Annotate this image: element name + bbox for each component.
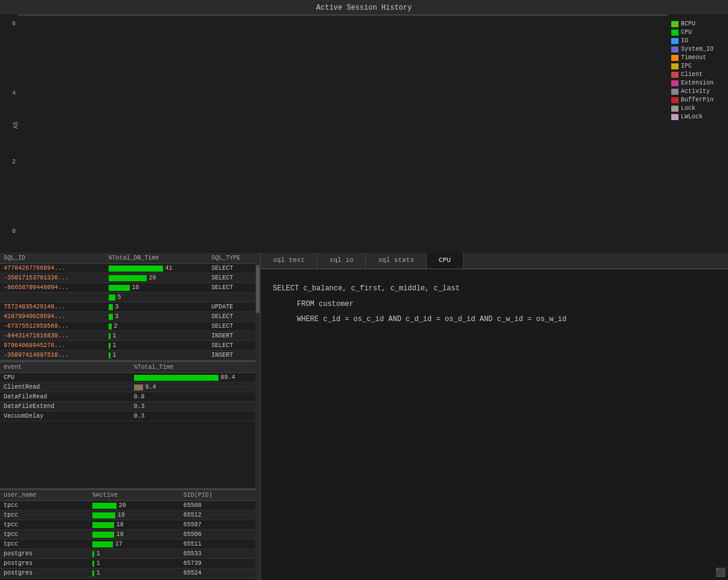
user-table-row: postgres 1 65733 [0,578,260,581]
right-panel: sql text sql io sql stats CPU SELECT c_b… [261,253,728,580]
user-table-row: postgres 1 65533 [0,549,260,559]
sql-type-header: SQL_TYPE [208,253,260,264]
sql-pct-cell: 1 [105,341,208,351]
sql-id-cell: 41979940029594... [0,312,105,322]
event-pct-cell: 0.3 [130,402,261,412]
event-table-row: CPU 89.4 [0,373,260,383]
user-sid-cell: 65508 [180,501,260,511]
user-sid-cell: 65733 [180,578,260,581]
tab-sql-stats[interactable]: sql stats [366,253,426,269]
sql-line3: WHERE c_id = os_c_id AND c_d_id = os_d_i… [273,312,716,328]
sql-table-row[interactable]: 75724835429149... 3 UPDATE [0,302,260,312]
sql-table-row[interactable]: 5 [0,293,260,302]
y-axis: 6 4 2 0 [0,14,18,253]
user-pct-cell: 1 [89,549,180,559]
user-table-row: tpcc 20 65508 [0,501,260,511]
tab-sql-io[interactable]: sql io [318,253,366,269]
sql-table-row[interactable]: -67375512959569... 2 SELECT [0,322,260,331]
bottom-panels: SQL_ID %Total_DB_Time SQL_TYPE 477042677… [0,253,728,580]
user-name-cell: tpcc [0,511,89,520]
cpu-color [671,30,679,36]
timeout-color [671,55,679,61]
user-table-row: tpcc 18 65507 [0,520,260,530]
event-pct-cell: 0.3 [130,412,261,421]
sql-id-cell: 47704267766894... [0,264,105,273]
chart-area: 12:36 12:48 13:00 13:12 13:24 13:36 13:4… [18,14,668,16]
legend-item-io: IO [671,37,724,44]
sql-pct-cell: 16 [105,283,208,293]
sql-pct-cell: 29 [105,273,208,283]
user-pct-header: %Active [89,490,180,501]
activity-color [671,89,679,95]
legend-label-extension: Extension [681,80,714,86]
user-pct-cell: 18 [89,530,180,540]
sql-table-row[interactable]: 47704267766894... 41 SELECT [0,264,260,273]
user-name-cell: tpcc [0,540,89,549]
legend-label-io: IO [681,37,688,44]
sql-table-row[interactable]: -86658709446094... 16 SELECT [0,283,260,293]
user-table-row: tpcc 18 65506 [0,530,260,540]
sql-table-row[interactable]: 97964068945278... 1 SELECT [0,341,260,351]
sql-type-cell: SELECT [208,264,260,273]
user-sid-cell: 65524 [180,569,260,578]
event-pct-cell: 9.4 [130,383,261,392]
sql-id-cell [0,293,105,302]
user-table-row: tpcc 19 65512 [0,511,260,520]
sql-id-cell: -35097414697510... [0,351,105,360]
event-table: event %Total_Time CPU 89.4 ClientRead 9.… [0,362,260,421]
sql-line1: SELECT c_balance, c_first, c_middle, c_l… [273,281,716,297]
user-pct-cell: 1 [89,578,180,581]
legend-label-client: Client [681,71,703,78]
legend-item-timeout: Timeout [671,54,724,61]
legend-item-lock: Lock [671,105,724,112]
legend-item-extension: Extension [671,80,724,86]
ipc-color [671,63,679,69]
legend-label-lock: Lock [681,105,695,112]
legend-label-activity: Activity [681,88,710,95]
scrollbar-thumb[interactable] [256,265,260,313]
legend-label-bcpu: BCPU [681,21,695,27]
y-label-6: 6 [12,21,16,27]
sql-type-cell: SELECT [208,312,260,322]
event-table-row: ClientRead 9.4 [0,383,260,392]
event-name-cell: ClientRead [0,383,130,392]
event-table-row: DataFileExtend 0.3 [0,402,260,412]
tab-sql-text[interactable]: sql text [261,253,318,269]
sql-pct-cell: 3 [105,312,208,322]
lock-color [671,106,679,112]
sql-table-row[interactable]: 41979940029594... 3 SELECT [0,312,260,322]
legend-item-bufferpin: BufferPin [671,97,724,103]
sql-type-cell: SELECT [208,273,260,283]
sql-table-row[interactable]: -35097414697510... 1 INSERT [0,351,260,360]
pct-header: %Total_DB_Time [105,253,208,264]
legend-label-system-io: System_IO [681,46,714,53]
user-name-cell: postgres [0,559,89,569]
sql-table-row[interactable]: -84431471616830... 1 INSERT [0,331,260,341]
as-label: AS [13,121,19,129]
user-name-cell: tpcc [0,520,89,530]
sql-table-row[interactable]: -35017153701336... 29 SELECT [0,273,260,283]
user-header: user_name [0,490,89,501]
tab-cpu[interactable]: CPU [427,253,464,269]
event-pct-cell: 89.4 [130,373,261,383]
user-sid-cell: 65507 [180,520,260,530]
legend-label-ipc: IPC [681,63,692,69]
scrollbar-track[interactable] [255,253,260,580]
user-sid-cell: 65511 [180,540,260,549]
sql-type-cell: SELECT [208,283,260,293]
legend-item-cpu: CPU [671,29,724,36]
client-color [671,72,679,78]
lwlock-color [671,114,679,120]
user-table-row: postgres 1 65739 [0,559,260,569]
event-pct-header: %Total_Time [130,362,261,373]
chart-legend: BCPU CPU IO System_IO Timeout IPC Client [668,14,728,253]
user-pct-cell: 17 [89,540,180,549]
user-sid-cell: 65506 [180,530,260,540]
user-pct-cell: 1 [89,559,180,569]
user-name-cell: postgres [0,549,89,559]
sql-type-cell: UPDATE [208,302,260,312]
sql-id-cell: 75724835429149... [0,302,105,312]
sql-table: SQL_ID %Total_DB_Time SQL_TYPE 477042677… [0,253,260,360]
user-name-cell: postgres [0,578,89,581]
event-pct-cell: 0.8 [130,392,261,402]
